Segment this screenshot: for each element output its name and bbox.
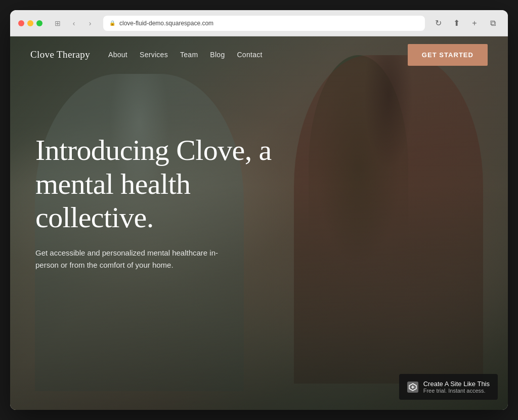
traffic-lights [18,20,42,26]
browser-nav: ⊞ ‹ › [51,16,97,30]
squarespace-badge-title: Create A Site Like This [423,380,490,388]
hero-title: Introducing Clove, a mental health colle… [35,134,278,235]
nav-link-team[interactable]: Team [180,51,198,59]
traffic-light-minimize[interactable] [27,20,33,26]
url-text: clove-fluid-demo.squarespace.com [119,20,213,27]
nav-links: About Services Team Blog Contact [108,51,263,59]
squarespace-svg-icon [408,382,418,392]
address-bar[interactable]: 🔒 clove-fluid-demo.squarespace.com [103,16,425,31]
browser-actions: ↻ ⬆ + ⧉ [431,16,500,30]
site-logo[interactable]: Clove Therapy [30,49,90,60]
nav-link-services[interactable]: Services [140,51,168,59]
tab-overview-button[interactable]: ⧉ [486,16,500,30]
share-button[interactable]: ⬆ [449,16,463,30]
browser-window: ⊞ ‹ › 🔒 clove-fluid-demo.squarespace.com… [10,10,508,410]
back-button[interactable]: ‹ [67,16,81,30]
nav-link-contact[interactable]: Contact [237,51,262,59]
website: Clove Therapy About Services Team Blog C… [10,36,508,410]
nav-link-blog[interactable]: Blog [210,51,225,59]
squarespace-badge-text: Create A Site Like This Free trial. Inst… [423,380,490,394]
browser-chrome: ⊞ ‹ › 🔒 clove-fluid-demo.squarespace.com… [10,10,508,36]
nav-left: Clove Therapy About Services Team Blog C… [30,49,263,60]
lock-icon: 🔒 [109,20,115,26]
forward-button[interactable]: › [83,16,97,30]
nav-link-about[interactable]: About [108,51,127,59]
new-tab-button[interactable]: + [467,16,482,30]
refresh-button[interactable]: ↻ [431,16,445,30]
squarespace-logo-icon [407,382,418,393]
hero-subtitle: Get accessible and personalized mental h… [35,247,233,271]
squarespace-badge-subtitle: Free trial. Instant access. [423,388,490,394]
traffic-light-close[interactable] [18,20,24,26]
navbar: Clove Therapy About Services Team Blog C… [10,36,508,73]
get-started-button[interactable]: GET STARTED [408,44,488,66]
hero-content: Introducing Clove, a mental health colle… [10,73,508,271]
window-sidebar-toggle[interactable]: ⊞ [51,16,65,30]
traffic-light-fullscreen[interactable] [36,20,42,26]
squarespace-badge[interactable]: Create A Site Like This Free trial. Inst… [399,374,498,400]
